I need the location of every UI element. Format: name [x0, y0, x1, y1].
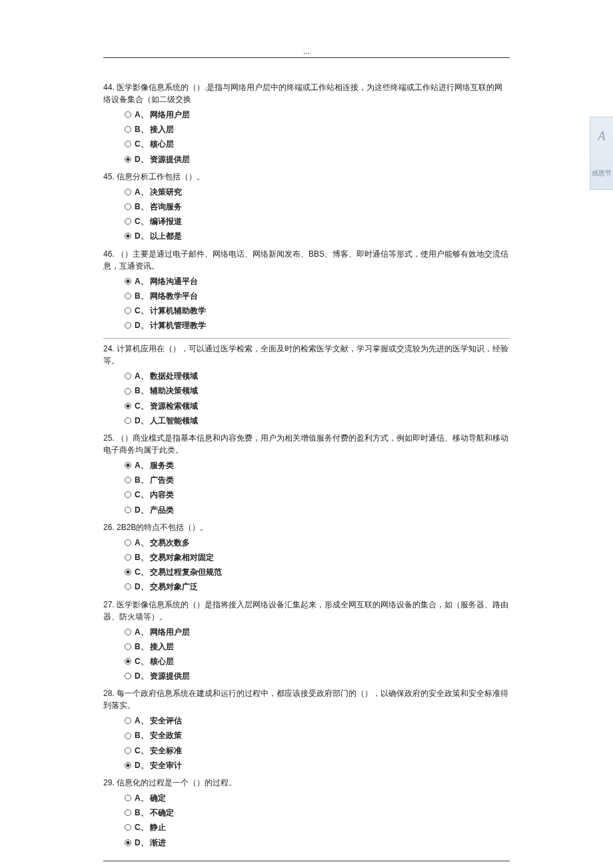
options-group: A、网络沟通平台B、网络教学平台C、计算机辅助教学D、计算机管理教学 [103, 274, 510, 333]
radio-icon[interactable] [125, 373, 131, 379]
radio-icon[interactable] [125, 839, 131, 846]
question: 45. 信息分析工作包括（）。A、决策研究B、咨询服务C、编译报道D、以上都是 [103, 171, 510, 244]
option[interactable]: C、计算机辅助教学 [125, 303, 510, 318]
radio-icon[interactable] [125, 795, 131, 801]
radio-icon[interactable] [125, 583, 131, 590]
option[interactable]: C、安全标准 [125, 743, 510, 758]
option[interactable]: D、资源提供层 [125, 152, 510, 167]
option[interactable]: C、静止 [125, 820, 510, 835]
option-text: 核心层 [150, 137, 174, 151]
radio-icon[interactable] [125, 717, 131, 724]
option[interactable]: D、安全审计 [125, 758, 510, 773]
option[interactable]: A、网络用户层 [125, 625, 510, 639]
radio-icon[interactable] [125, 824, 131, 831]
option[interactable]: A、交易次数多 [125, 535, 510, 550]
option[interactable]: B、交易对象相对固定 [125, 550, 510, 565]
option[interactable]: C、交易过程复杂但规范 [125, 565, 510, 579]
radio-icon[interactable] [125, 189, 131, 195]
option[interactable]: B、广告类 [125, 473, 510, 487]
option[interactable]: C、核心层 [125, 654, 510, 669]
radio-icon[interactable] [125, 569, 131, 575]
radio-icon[interactable] [125, 322, 131, 329]
option[interactable]: A、网络用户层 [125, 107, 510, 122]
option-letter: B、 [135, 805, 149, 820]
option-letter: A、 [135, 274, 149, 289]
radio-icon[interactable] [125, 388, 131, 395]
option[interactable]: D、人工智能领域 [125, 413, 510, 428]
radio-icon[interactable] [125, 673, 131, 679]
option-text: 数据处理领域 [150, 369, 198, 383]
options-group: A、决策研究B、咨询服务C、编译报道D、以上都是 [103, 185, 510, 244]
radio-icon[interactable] [125, 809, 131, 816]
option[interactable]: D、计算机管理教学 [125, 318, 510, 333]
radio-icon[interactable] [125, 203, 131, 210]
option[interactable]: B、网络教学平台 [125, 289, 510, 303]
option[interactable]: A、确定 [125, 791, 510, 805]
option[interactable]: C、资源检索领域 [125, 399, 510, 413]
radio-icon[interactable] [125, 491, 131, 498]
option[interactable]: C、内容类 [125, 487, 510, 502]
option[interactable]: D、资源提供层 [125, 669, 510, 683]
radio-icon[interactable] [125, 403, 131, 409]
section-divider [103, 338, 510, 339]
radio-icon[interactable] [125, 307, 131, 314]
radio-icon[interactable] [125, 218, 131, 225]
option-text: 网络教学平台 [150, 289, 198, 303]
radio-icon[interactable] [125, 539, 131, 546]
options-group: A、服务类B、广告类C、内容类D、产品类 [103, 458, 510, 517]
radio-icon[interactable] [125, 111, 131, 118]
sidebar-label: 感恩节 [590, 143, 613, 178]
option[interactable]: D、渐进 [125, 835, 510, 850]
option[interactable]: B、辅助决策领域 [125, 383, 510, 398]
question: 28. 每一个政府信息系统在建成和运行的过程中，都应该接受政府部门的（），以确保… [103, 687, 510, 773]
option[interactable]: B、接入层 [125, 122, 510, 137]
radio-icon[interactable] [125, 643, 131, 650]
option-text: 交易次数多 [150, 535, 190, 550]
option-text: 辅助决策领域 [150, 383, 198, 398]
option[interactable]: D、以上都是 [125, 229, 510, 243]
option[interactable]: A、服务类 [125, 458, 510, 473]
radio-icon[interactable] [125, 477, 131, 483]
radio-icon[interactable] [125, 658, 131, 665]
option[interactable]: A、数据处理领域 [125, 369, 510, 383]
option[interactable]: C、核心层 [125, 137, 510, 151]
option[interactable]: B、接入层 [125, 639, 510, 654]
radio-icon[interactable] [125, 747, 131, 754]
radio-icon[interactable] [125, 293, 131, 299]
radio-icon[interactable] [125, 278, 131, 285]
radio-icon[interactable] [125, 233, 131, 239]
page-header: ... [0, 0, 613, 57]
option[interactable]: B、不确定 [125, 805, 510, 820]
question-text: 28. 每一个政府信息系统在建成和运行的过程中，都应该接受政府部门的（），以确保… [103, 687, 510, 711]
option[interactable]: D、产品类 [125, 503, 510, 517]
option[interactable]: C、编译报道 [125, 214, 510, 229]
sidebar-widget[interactable]: A 感恩节 [590, 117, 613, 190]
radio-icon[interactable] [125, 554, 131, 561]
option-text: 交易过程复杂但规范 [150, 565, 222, 579]
radio-icon[interactable] [125, 629, 131, 635]
option-letter: D、 [135, 152, 149, 167]
question-text: 24. 计算机应用在（），可以通过医学检索，全面及时的检索医学文献，学习掌握或交… [103, 343, 510, 367]
option-text: 内容类 [150, 487, 174, 502]
option-letter: A、 [135, 458, 149, 473]
option[interactable]: A、决策研究 [125, 185, 510, 199]
option[interactable]: A、安全评估 [125, 713, 510, 728]
radio-icon[interactable] [125, 141, 131, 147]
option-letter: B、 [135, 289, 149, 303]
radio-icon[interactable] [125, 417, 131, 424]
sidebar-letter: A [590, 117, 613, 143]
option[interactable]: B、安全政策 [125, 728, 510, 743]
options-group: A、数据处理领域B、辅助决策领域C、资源检索领域D、人工智能领域 [103, 369, 510, 428]
question: 46. （）主要是通过电子邮件、网络电话、网络新闻发布、BBS、博客、即时通信等… [103, 248, 510, 333]
option[interactable]: B、咨询服务 [125, 199, 510, 214]
radio-icon[interactable] [125, 126, 131, 133]
radio-icon[interactable] [125, 507, 131, 513]
radio-icon[interactable] [125, 462, 131, 469]
option[interactable]: D、交易对象广泛 [125, 579, 510, 594]
radio-icon[interactable] [125, 156, 131, 163]
option-text: 网络用户层 [150, 625, 190, 639]
option[interactable]: A、网络沟通平台 [125, 274, 510, 289]
radio-icon[interactable] [125, 733, 131, 739]
radio-icon[interactable] [125, 762, 131, 769]
option-letter: A、 [135, 107, 149, 122]
